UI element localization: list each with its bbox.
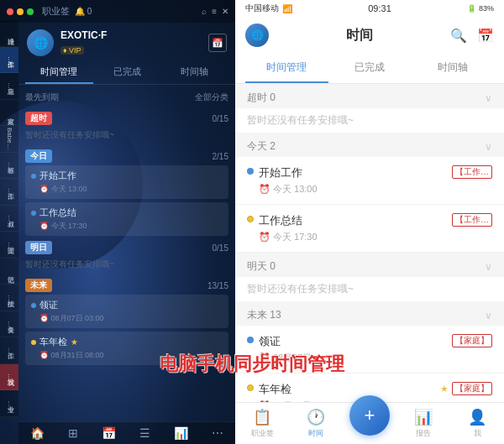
chart-icon[interactable]: 📊: [174, 426, 188, 440]
calendar-icon[interactable]: 📅: [102, 426, 116, 440]
mobile-task-title: 工作总结 【工作…: [247, 213, 492, 228]
mobile-task-name: 开始工作: [259, 165, 302, 180]
sidebar-item-9[interactable]: 笔记: [0, 259, 18, 285]
mobile-task-meta: ⏰ 08月07日: [247, 352, 492, 364]
mobile-task-meta: ⏰ 今天 17:30: [247, 231, 492, 243]
tab-completed[interactable]: 已完成: [93, 61, 161, 84]
nav-label: 时间: [308, 428, 323, 439]
close-icon[interactable]: ✕: [222, 7, 228, 16]
task-time: 今天 17:30: [273, 231, 318, 243]
maximize-button[interactable]: [27, 8, 34, 15]
left-content: 职业签 🔔 0 ⌕ ≡ ✕ 净城计 工作… 应急… 家庭 Babe… 标签… 工: [0, 0, 235, 444]
left-tabs: 时间管理 已完成 时间轴: [18, 61, 235, 85]
sidebar-item-13[interactable]: 我没…: [0, 364, 18, 391]
profile-info: EXOTIC·F ♦ VIP: [60, 29, 202, 56]
sidebar-item-8[interactable]: 团宠…: [0, 232, 18, 259]
mobile-task-certificate[interactable]: 领证 【家庭】 ⏰ 08月07日: [235, 326, 504, 373]
task-title: 车年检 ★: [31, 336, 223, 348]
sidebar-item-12[interactable]: 工作…: [0, 337, 18, 364]
task-work-summary[interactable]: 工作总结 ⏰ 今天 17:30: [25, 202, 228, 236]
task-dot-icon: [31, 211, 36, 216]
left-body: 净城计 工作… 应急… 家庭 Babe… 标签… 工作… 叔叔… 团宠… 笔记 …: [0, 23, 235, 444]
family-tag: 【家庭】: [452, 334, 492, 347]
more-icon[interactable]: ⋯: [212, 426, 223, 440]
mobile-section-overdue[interactable]: 超时 0 ∨: [235, 84, 504, 108]
tab-time-management[interactable]: 时间管理: [25, 61, 93, 84]
sidebar-item-11[interactable]: 美食…: [0, 311, 18, 338]
sidebar-item-10[interactable]: 技能…: [0, 285, 18, 311]
task-time: 08月07日: [273, 352, 312, 364]
grid-icon[interactable]: ⊞: [68, 426, 78, 440]
carrier-label: 中国移动: [245, 3, 279, 14]
mobile-tab-completed[interactable]: 已完成: [328, 54, 412, 83]
add-button[interactable]: +: [349, 395, 390, 436]
sidebar-item-7[interactable]: 叔叔…: [0, 206, 18, 232]
time-icon: 🕐: [307, 408, 325, 426]
overdue-no-task: 暂时还没有任务安排哦~: [25, 128, 228, 144]
clock-icon: ⏰: [259, 232, 270, 243]
mobile-tab-time-management[interactable]: 时间管理: [245, 54, 328, 83]
task-car-inspection[interactable]: 车年检 ★ ⏰ 08月31日 08:00: [25, 332, 228, 365]
task-meta: ⏰ 08月31日 08:00: [31, 350, 223, 361]
sort-filter[interactable]: 最先到期: [25, 91, 59, 103]
mobile-task-work-summary[interactable]: 工作总结 【工作… ⏰ 今天 17:30: [235, 205, 504, 253]
mobile-section-tomorrow[interactable]: 明天 0 ∨: [235, 253, 504, 277]
calendar-button[interactable]: 📅: [208, 34, 227, 52]
profile-name: EXOTIC·F: [60, 29, 202, 41]
signal-icon: 📶: [282, 4, 292, 13]
task-certificate[interactable]: 领证 ⏰ 08月07日 03:00: [25, 295, 228, 328]
task-meta: ⏰ 今天 13:00: [31, 184, 223, 195]
section-overdue-header: 超时 0/15: [25, 112, 228, 125]
list-icon[interactable]: ☰: [139, 426, 150, 440]
minimize-button[interactable]: [17, 8, 24, 15]
section-tomorrow-header: 明日 0/15: [25, 241, 228, 254]
mobile-statusbar: 中国移动 📶 09:31 🔋 83%: [235, 0, 504, 17]
task-dot-icon: [31, 303, 36, 308]
profile-icon: 👤: [468, 408, 486, 426]
mobile-task-title: 领证 【家庭】: [247, 334, 492, 349]
section-today-header: 今日 2/15: [25, 149, 228, 163]
mobile-section-today[interactable]: 今天 2 ∨: [235, 133, 504, 157]
star-icon: ★: [71, 337, 78, 347]
sidebar-item-14[interactable]: 专业…: [0, 390, 18, 417]
category-filter[interactable]: 全部分类: [195, 91, 228, 103]
tomorrow-badge: 明日: [25, 241, 52, 254]
mobile-task-start-work[interactable]: 开始工作 【工作… ⏰ 今天 13:00: [235, 157, 504, 205]
sidebar-item-0[interactable]: 净城计: [0, 23, 18, 47]
nav-label: 报告: [416, 428, 431, 439]
nav-item-profile[interactable]: 👤 我: [450, 403, 504, 444]
mobile-header-icons: 🔍 📅: [450, 28, 494, 44]
mobile-calendar-icon[interactable]: 📅: [477, 28, 494, 44]
task-meta: ⏰ 今天 17:30: [31, 221, 223, 232]
future-badge: 未来: [25, 279, 52, 292]
sidebar-item-4[interactable]: Babe…: [0, 126, 18, 153]
home-icon[interactable]: 🏠: [30, 426, 45, 440]
nav-item-time[interactable]: 🕐 时间: [289, 403, 343, 444]
nav-item-professional[interactable]: 📋 职业签: [235, 403, 289, 444]
mobile-task-dot: [247, 168, 254, 175]
close-button[interactable]: [7, 8, 13, 15]
mobile-title: 时间: [346, 27, 373, 44]
task-start-work[interactable]: 开始工作 ⏰ 今天 13:00: [25, 165, 228, 199]
filter-row: 最先到期 全部分类: [18, 88, 235, 107]
sidebar-item-6[interactable]: 工作…: [0, 179, 18, 206]
sidebar-item-3[interactable]: 家庭: [0, 100, 18, 127]
sidebar-item-5[interactable]: 标签…: [0, 153, 18, 180]
mobile-overdue-no-task: 暂时还没有任务安排哦~: [235, 108, 504, 133]
mobile-tab-timeline[interactable]: 时间轴: [411, 54, 494, 83]
nav-item-report[interactable]: 📊 报告: [396, 403, 450, 444]
professional-icon: 📋: [253, 408, 271, 426]
sidebar-item-2[interactable]: 应急…: [0, 73, 18, 100]
mobile-section-future[interactable]: 未来 13 ∨: [235, 301, 504, 326]
task-title: 工作总结: [31, 206, 223, 219]
search-icon[interactable]: ⌕: [202, 7, 207, 16]
task-dot-icon: [31, 174, 36, 179]
tab-timeline[interactable]: 时间轴: [160, 61, 228, 84]
mobile-tomorrow-label: 明天 0: [247, 259, 276, 274]
mobile-today-label: 今天 2: [247, 139, 276, 154]
work-tag: 【工作…: [452, 165, 492, 179]
mobile-search-icon[interactable]: 🔍: [450, 28, 467, 44]
sidebar-item-1[interactable]: 工作…: [0, 47, 18, 74]
settings-icon[interactable]: ≡: [212, 7, 217, 16]
tomorrow-no-task: 暂时还没有任务安排哦~: [25, 257, 228, 274]
